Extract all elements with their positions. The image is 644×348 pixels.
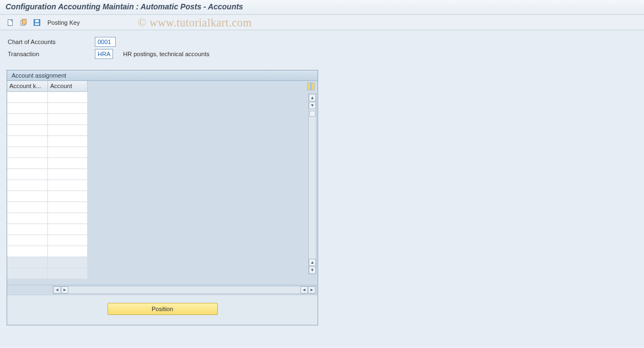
- chart-of-accounts-label: Chart of Accounts: [7, 39, 89, 45]
- field-row-transaction: Transaction HRA HR postings, technical a…: [7, 48, 637, 60]
- table-row[interactable]: [7, 147, 88, 158]
- grid-header-row: Account k... Account: [7, 81, 88, 92]
- scroll-right-step-icon[interactable]: ►: [61, 286, 68, 293]
- account-assignment-panel: Account assignment Account k... Account: [7, 70, 318, 325]
- scroll-up-icon[interactable]: ▲: [309, 94, 316, 101]
- table-row[interactable]: [7, 136, 88, 147]
- svg-rect-9: [312, 83, 314, 90]
- table-row[interactable]: [7, 246, 88, 257]
- transaction-value[interactable]: HRA: [95, 49, 113, 59]
- table-row[interactable]: [7, 169, 88, 180]
- table-row[interactable]: [7, 268, 88, 279]
- svg-rect-2: [23, 19, 26, 24]
- svg-rect-5: [35, 23, 39, 25]
- scroll-down-step-icon[interactable]: ▼: [309, 102, 316, 109]
- transaction-label: Transaction: [7, 51, 89, 57]
- scroll-up-end-icon[interactable]: ▲: [309, 259, 316, 266]
- table-row[interactable]: [7, 158, 88, 169]
- transaction-description: HR postings, technical accounts: [123, 51, 210, 57]
- content-area: Chart of Accounts 0001 Transaction HRA H…: [0, 30, 644, 347]
- table-row[interactable]: [7, 114, 88, 125]
- posting-key-button[interactable]: Posting Key: [47, 19, 80, 26]
- table-row[interactable]: [7, 224, 88, 235]
- panel-footer: Position: [7, 295, 318, 325]
- scroll-left-icon[interactable]: ◄: [53, 286, 61, 293]
- copy-icon[interactable]: [19, 18, 29, 28]
- toolbar: Posting Key: [0, 15, 644, 30]
- new-document-icon[interactable]: [6, 18, 15, 28]
- scroll-right-icon[interactable]: ►: [308, 286, 315, 293]
- table-row[interactable]: [7, 235, 88, 246]
- scroll-left-end-icon[interactable]: ◄: [300, 286, 308, 293]
- grid-body: [7, 92, 88, 285]
- column-header-account[interactable]: Account: [48, 81, 88, 92]
- table-row[interactable]: [7, 257, 88, 268]
- vertical-scrollbar[interactable]: ▲ ▼ ▲ ▼: [308, 93, 316, 275]
- table-row[interactable]: [7, 92, 88, 103]
- table-row[interactable]: [7, 213, 88, 224]
- panel-header: Account assignment: [7, 70, 318, 81]
- table-row[interactable]: [7, 125, 88, 136]
- save-icon[interactable]: [32, 18, 42, 28]
- page-title: Configuration Accounting Maintain : Auto…: [6, 2, 243, 11]
- table-row[interactable]: [7, 191, 88, 202]
- grid-area: Account k... Account: [7, 81, 318, 285]
- position-button[interactable]: Position: [108, 303, 218, 315]
- title-bar: Configuration Accounting Maintain : Auto…: [0, 0, 644, 15]
- grid-empty-area: ▲ ▼ ▲ ▼: [88, 81, 318, 285]
- table-row[interactable]: [7, 180, 88, 191]
- horizontal-scrollbar[interactable]: ◄ ► ◄ ►: [52, 286, 316, 294]
- field-row-chart: Chart of Accounts 0001: [7, 36, 637, 48]
- scroll-down-icon[interactable]: ▼: [309, 267, 316, 274]
- svg-rect-4: [35, 20, 39, 22]
- svg-rect-7: [308, 83, 310, 90]
- table-settings-icon[interactable]: [307, 82, 315, 91]
- table-row[interactable]: [7, 103, 88, 114]
- table-row[interactable]: [7, 202, 88, 213]
- horizontal-scroll-row: ◄ ► ◄ ►: [7, 285, 318, 295]
- chart-of-accounts-value[interactable]: 0001: [95, 37, 116, 47]
- grid-table: Account k... Account: [7, 81, 88, 285]
- column-header-account-key[interactable]: Account k...: [7, 81, 48, 92]
- svg-rect-8: [310, 83, 312, 90]
- scroll-thumb[interactable]: [309, 111, 315, 117]
